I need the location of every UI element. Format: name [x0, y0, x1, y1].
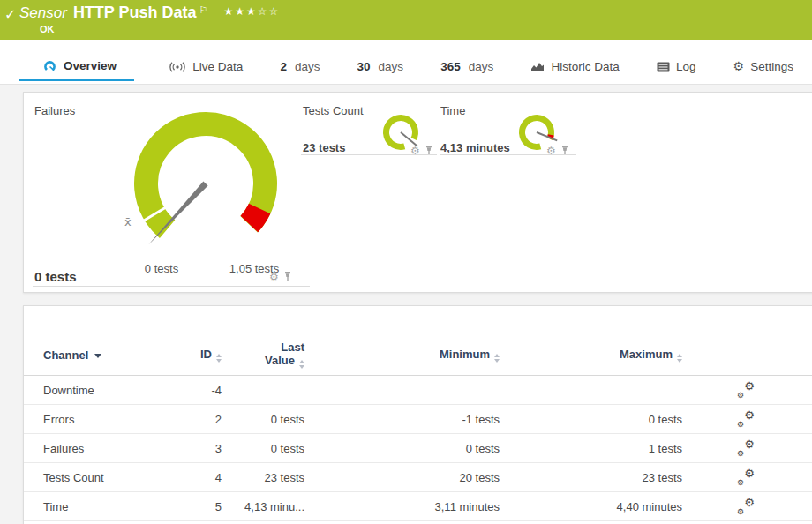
- gear-icon: ⚙: [737, 478, 744, 487]
- gear-icon: ⚙: [737, 507, 744, 516]
- channel-id: -4: [189, 384, 222, 397]
- tab-number: 2: [280, 60, 287, 73]
- failures-gauge[interactable]: x̄: [117, 95, 294, 272]
- priority-stars[interactable]: ★★★☆☆: [223, 5, 280, 18]
- channel-id: 2: [189, 413, 222, 426]
- gauge-icon: [42, 58, 57, 73]
- table-row: Downtime -4 ⚙⚙: [24, 376, 812, 405]
- pin-icon[interactable]: [283, 272, 292, 282]
- column-label: Last: [281, 341, 304, 354]
- channels-table-panel: Channel ID Last Value Minimum Maximum Do…: [23, 305, 812, 524]
- divider: [440, 154, 576, 155]
- tab-365-days[interactable]: 365 days: [438, 60, 496, 84]
- table-row: Time 5 4,13 minu... 3,11 minutes 4,40 mi…: [24, 492, 812, 521]
- sort-desc-icon: [94, 354, 102, 358]
- gear-icon: ⚙: [733, 59, 745, 73]
- tab-live-data[interactable]: Live Data: [166, 60, 245, 84]
- channel-maximum: 4,40 minutes: [500, 500, 682, 513]
- flag-icon[interactable]: ⚐: [199, 4, 208, 16]
- table-row: Tests Count 4 23 tests 20 tests 23 tests…: [24, 463, 812, 492]
- channel-last-value: 4,13 minu...: [222, 500, 304, 513]
- gear-icon: ⚙: [744, 408, 755, 423]
- channel-name: Time: [43, 500, 189, 513]
- channel-name: Tests Count: [43, 471, 189, 484]
- time-current-value: 4,13 minutes: [440, 141, 510, 154]
- status-ok-check-icon: ✓: [4, 6, 16, 23]
- tab-historic-data[interactable]: Historic Data: [528, 60, 621, 84]
- divider: [301, 154, 437, 155]
- tab-settings[interactable]: ⚙ Settings: [731, 59, 796, 84]
- gear-icon[interactable]: ⚙: [269, 272, 279, 282]
- tab-2-days[interactable]: 2 days: [277, 60, 322, 84]
- column-header-channel[interactable]: Channel: [43, 348, 189, 362]
- tab-label: Log: [676, 60, 696, 73]
- prtg-sensor-page: ✓ Sensor HTTP Push Data ⚐ ★★★☆☆ OK Overv…: [0, 0, 812, 524]
- channel-last-value: 0 tests: [222, 442, 304, 455]
- channel-name: Errors: [43, 413, 189, 426]
- channel-last-value: 23 tests: [222, 471, 304, 484]
- channel-maximum: 1 tests: [500, 442, 682, 455]
- gear-icon: ⚙: [744, 438, 755, 452]
- gear-icon: ⚙: [744, 379, 755, 393]
- gauge-title-failures: Failures: [34, 104, 75, 117]
- channel-settings-gears-icon[interactable]: ⚙⚙: [737, 470, 755, 484]
- channel-id: 4: [189, 471, 222, 484]
- sort-icon: [677, 354, 682, 363]
- column-header-minimum[interactable]: Minimum: [304, 348, 500, 363]
- column-header-id[interactable]: ID: [189, 348, 222, 363]
- gear-icon: ⚙: [737, 449, 744, 458]
- table-header-row: Channel ID Last Value Minimum Maximum: [24, 334, 812, 376]
- area-chart-icon: [530, 61, 545, 72]
- object-kind-label: Sensor: [19, 4, 67, 22]
- tab-label: Live Data: [192, 60, 243, 73]
- gear-icon: ⚙: [737, 391, 744, 400]
- tab-label: days: [379, 60, 404, 73]
- failures-current-value: 0 tests: [34, 269, 77, 284]
- tab-label: Historic Data: [551, 60, 619, 73]
- tab-bar: Overview Live Data 2 days 30 days 365 da…: [0, 40, 812, 85]
- channel-minimum: 20 tests: [304, 471, 500, 484]
- divider: [33, 286, 310, 287]
- gauge-title-time: Time: [440, 104, 465, 117]
- gauge-title-tests-count: Tests Count: [303, 104, 364, 117]
- sensor-title-row: Sensor HTTP Push Data ⚐ ★★★☆☆: [19, 4, 280, 22]
- column-header-last-value[interactable]: Last Value: [222, 341, 304, 369]
- column-header-maximum[interactable]: Maximum: [500, 348, 682, 363]
- tab-label: days: [469, 60, 494, 73]
- channel-settings-gears-icon[interactable]: ⚙⚙: [737, 383, 755, 397]
- table-row: Failures 3 0 tests 0 tests 1 tests ⚙⚙: [24, 434, 812, 463]
- tab-label: days: [295, 60, 320, 73]
- channel-settings-gears-icon[interactable]: ⚙⚙: [737, 412, 755, 426]
- gauge-min-label: 0 tests: [126, 262, 197, 275]
- tab-30-days[interactable]: 30 days: [355, 60, 407, 84]
- channel-name: Downtime: [43, 384, 189, 397]
- tab-overview[interactable]: Overview: [19, 58, 134, 84]
- column-label: ID: [200, 348, 212, 361]
- tab-label: Overview: [64, 59, 117, 72]
- channel-maximum: 23 tests: [500, 471, 682, 484]
- column-label: Channel: [43, 348, 88, 362]
- average-marker-label: x̄: [124, 215, 132, 228]
- tab-number: 30: [357, 60, 371, 73]
- sensor-status-badge: OK: [40, 24, 55, 34]
- channel-minimum: 3,11 minutes: [304, 500, 500, 513]
- tests-count-current-value: 23 tests: [303, 141, 345, 154]
- gear-icon: ⚙: [744, 467, 755, 481]
- gear-icon: ⚙: [744, 496, 755, 510]
- tab-log[interactable]: Log: [654, 60, 699, 84]
- gauges-panel: Failures x̄ 0 tests 1,05 tests 0 tests ⚙…: [23, 92, 812, 293]
- channel-name: Failures: [43, 442, 189, 455]
- column-label: Value: [265, 354, 295, 367]
- tab-label: Settings: [750, 60, 793, 73]
- sensor-title: HTTP Push Data: [73, 4, 197, 22]
- sensor-header: ✓ Sensor HTTP Push Data ⚐ ★★★☆☆ OK: [0, 0, 812, 40]
- broadcast-icon: [169, 61, 186, 73]
- channel-id: 3: [189, 442, 222, 455]
- channel-settings-gears-icon[interactable]: ⚙⚙: [737, 441, 755, 455]
- column-label: Maximum: [620, 348, 673, 361]
- table-row: Errors 2 0 tests -1 tests 0 tests ⚙⚙: [24, 405, 812, 434]
- log-list-icon: [657, 62, 670, 72]
- tab-number: 365: [440, 60, 461, 73]
- failures-gauge-tools: ⚙: [269, 272, 292, 282]
- channel-settings-gears-icon[interactable]: ⚙⚙: [737, 499, 755, 513]
